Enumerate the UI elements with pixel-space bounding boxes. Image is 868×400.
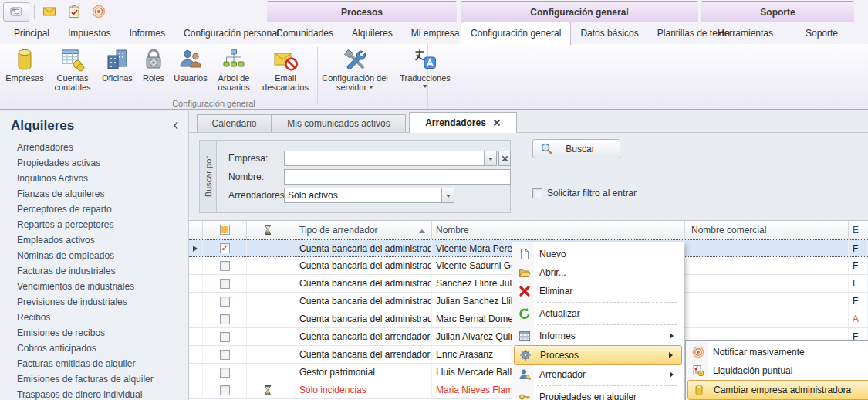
- checkbox-icon[interactable]: [220, 332, 230, 342]
- context-menu-item-informes[interactable]: Informes: [514, 327, 682, 345]
- empresa-combobox[interactable]: [284, 151, 497, 166]
- checkbox-icon[interactable]: [220, 279, 230, 289]
- tab-alquileres[interactable]: Alquileres: [343, 22, 402, 44]
- submenu-item-liquidacion-puntual[interactable]: Liquidación puntual: [687, 361, 868, 380]
- grid-header-extra[interactable]: E: [849, 221, 868, 239]
- broadcast-icon[interactable]: [89, 3, 109, 20]
- grid-header-select-all[interactable]: [203, 221, 247, 239]
- tab-mi-empresa[interactable]: Mi empresa: [402, 22, 469, 44]
- solicitar-filtro-checkbox[interactable]: Solicitar filtro al entrar: [532, 188, 637, 198]
- cell-extra: F: [849, 240, 868, 256]
- cell-tipo: Cuenta bancaria del administrador: [289, 275, 432, 292]
- tab-soporte[interactable]: Soporte: [796, 22, 847, 44]
- filter-panel-side-tab[interactable]: Buscar por: [200, 141, 217, 212]
- configuracion-del-servidor-button[interactable]: Configuración del servidor: [320, 46, 390, 93]
- tab-calendario[interactable]: Calendario: [197, 114, 272, 132]
- usuarios-button[interactable]: Usuarios: [170, 46, 211, 84]
- empresas-button[interactable]: Empresas: [2, 46, 48, 84]
- tasks-icon[interactable]: [64, 3, 84, 20]
- grid-header-nombre[interactable]: Nombre: [432, 221, 685, 239]
- sidebar-item-facturas-de-industriales[interactable]: Facturas de industriales: [0, 263, 188, 279]
- gear-icon: [518, 349, 532, 361]
- submenu-item-notificar-masivamente[interactable]: Notificar masivamente: [687, 343, 868, 361]
- checkbox-icon[interactable]: [220, 350, 230, 360]
- arbol-de-usuarios-button[interactable]: Árbol de usuarios: [211, 46, 256, 93]
- menu-item-label: Cambiar empresa administradora: [714, 385, 851, 395]
- filter-panel-label: Buscar por: [204, 156, 213, 197]
- context-menu-item-nuevo[interactable]: Nuevo: [514, 245, 682, 263]
- cell-tipo: Cuenta bancaria del administrador: [289, 310, 432, 327]
- checkbox-icon[interactable]: [532, 188, 542, 198]
- submenu-item-cambiar-empresa-administradora[interactable]: Cambiar empresa administradora: [687, 380, 868, 400]
- sidebar-item-recibos[interactable]: Recibos: [0, 310, 188, 325]
- cell-check: [203, 275, 247, 292]
- chevron-down-icon[interactable]: [441, 188, 454, 202]
- sidebar-item-propiedades-activas[interactable]: Propiedades activas: [0, 155, 188, 171]
- context-menu-item-abrir[interactable]: Abrir...: [514, 263, 682, 282]
- context-menu-item-actualizar[interactable]: Actualizar: [514, 304, 682, 323]
- sort-asc-icon: [419, 226, 425, 233]
- checkbox-icon[interactable]: [220, 225, 230, 235]
- sidebar-item-inquilinos-activos[interactable]: Inquilinos Activos: [0, 171, 188, 186]
- checkbox-icon[interactable]: [220, 297, 230, 307]
- checkbox-icon[interactable]: [220, 385, 230, 395]
- tab-impuestos[interactable]: Impuestos: [59, 22, 120, 44]
- sidebar-item-emisiones-de-recibos[interactable]: Emisiones de recibos: [0, 325, 188, 341]
- checkbox-icon[interactable]: [220, 243, 230, 253]
- sidebar-item-empleados-activos[interactable]: Empleados activos: [0, 232, 188, 248]
- submenu-arrow-icon: [670, 333, 677, 339]
- email-descartados-button[interactable]: Email descartados: [256, 46, 315, 93]
- roles-button[interactable]: Roles: [137, 46, 170, 84]
- empresa-clear-button[interactable]: [498, 151, 511, 166]
- sidebar-item-nominas-de-empleados[interactable]: Nóminas de empleados: [0, 248, 188, 263]
- tab-principal[interactable]: Principal: [5, 22, 59, 44]
- grid-header-tipo[interactable]: Tipo de arrendador: [289, 221, 432, 239]
- cuentas-contables-button[interactable]: Cuentas contables: [48, 46, 97, 93]
- sidebar-item-arrendadores[interactable]: Arrendadores: [0, 140, 188, 155]
- sidebar-item-traspasos-de-dinero-individual[interactable]: Traspasos de dinero individual: [0, 387, 188, 400]
- chevron-left-icon[interactable]: [173, 121, 179, 130]
- sidebar-item-vencimientos-de-industriales[interactable]: Vencimientos de industriales: [0, 279, 188, 294]
- sidebar-item-emisiones-de-facturas-de-alquiler[interactable]: Emisiones de facturas de alquiler: [0, 371, 188, 387]
- tab-datos-basicos[interactable]: Datos básicos: [571, 22, 647, 44]
- checkbox-icon[interactable]: [220, 261, 230, 271]
- context-menu-item-eliminar[interactable]: Eliminar: [514, 282, 682, 300]
- cell-ind: [189, 257, 203, 274]
- cell-hour: [247, 364, 289, 381]
- cell-tipo: Cuenta bancaria del administrador: [289, 293, 432, 310]
- context-menu-item-arrendador[interactable]: Arrendador: [514, 365, 682, 384]
- context-menu-item-procesos[interactable]: Procesos: [514, 345, 682, 365]
- cell-tipo: Sólo incidencias: [289, 381, 432, 398]
- tab-configuracion-general[interactable]: Configuración general: [461, 22, 571, 45]
- grid-header-hourglass[interactable]: [247, 221, 289, 239]
- tab-informes[interactable]: Informes: [120, 22, 174, 44]
- buscar-button[interactable]: Buscar: [532, 139, 620, 158]
- sidebar-item-previsiones-de-industriales[interactable]: Previsiones de industriales: [0, 294, 188, 310]
- tab-comunidades[interactable]: Comunidades: [267, 22, 343, 44]
- arrendadores-combobox[interactable]: Sólo activos: [284, 188, 454, 203]
- sidebar-item-perceptores-de-reparto[interactable]: Perceptores de reparto: [0, 202, 188, 217]
- sidebar-item-cobros-anticipados[interactable]: Cobros anticipados: [0, 341, 188, 356]
- chevron-down-icon: [369, 86, 373, 91]
- tab-herramientas[interactable]: Herramientas: [708, 22, 782, 44]
- close-icon[interactable]: [493, 119, 501, 127]
- chevron-down-icon[interactable]: [484, 151, 496, 165]
- oficinas-button[interactable]: Oficinas: [97, 46, 137, 84]
- tab-mis-comunicados-activos[interactable]: Mis comunicados activos: [272, 114, 406, 132]
- checkbox-icon[interactable]: [220, 314, 230, 324]
- sidebar-item-fianzas-de-alquileres[interactable]: Fianzas de alquileres: [0, 186, 188, 202]
- application-menu-button[interactable]: [3, 2, 29, 22]
- mail-icon[interactable]: [39, 3, 59, 20]
- document-tab-strip: Calendario Mis comunicados activos Arren…: [189, 111, 868, 133]
- traducciones-button[interactable]: Traducciones: [390, 46, 461, 92]
- hourglass-icon: [262, 224, 273, 236]
- context-menu-item-propiedades-en-alquiler[interactable]: Propiedades en alquiler: [514, 388, 682, 400]
- checkbox-icon[interactable]: [220, 368, 230, 378]
- cell-ind: [189, 310, 203, 327]
- translate-icon: [413, 47, 437, 72]
- nombre-input[interactable]: [285, 170, 510, 184]
- sidebar-item-facturas-emitidas-de-alquiler[interactable]: Facturas emitidas de alquiler: [0, 356, 188, 371]
- grid-header-nombre-comercial[interactable]: Nombre comercial: [685, 221, 849, 239]
- tab-arrendadores[interactable]: Arrendadores: [409, 112, 517, 133]
- sidebar-item-repartos-a-perceptores[interactable]: Repartos a perceptores: [0, 217, 188, 232]
